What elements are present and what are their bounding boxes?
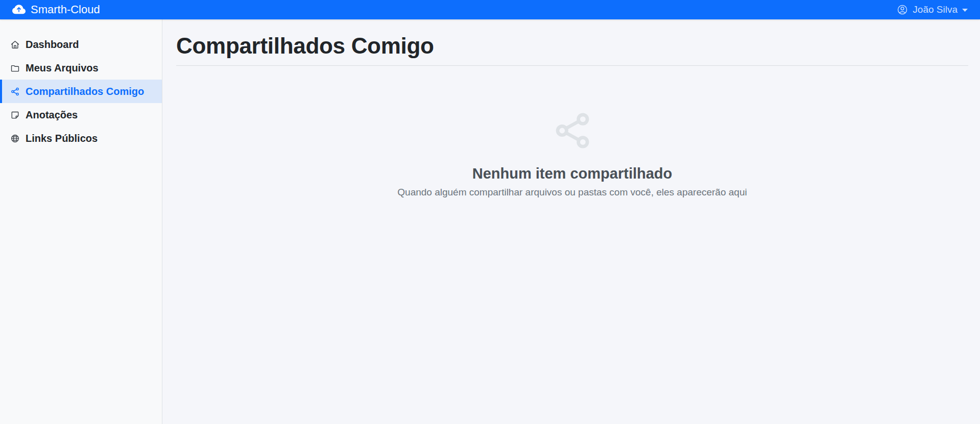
main-content: Compartilhados Comigo Nenhum item compar… xyxy=(162,19,980,424)
sidebar-item-label: Anotações xyxy=(26,108,78,121)
sidebar: DashboardMeus ArquivosCompartilhados Com… xyxy=(0,19,162,424)
sidebar-item-dashboard[interactable]: Dashboard xyxy=(0,33,162,56)
sidebar-item-compartilhados-comigo[interactable]: Compartilhados Comigo xyxy=(0,80,162,103)
share-icon xyxy=(10,87,20,96)
top-navbar: Smarth-Cloud João Silva xyxy=(0,0,980,19)
globe-icon xyxy=(10,134,20,143)
sidebar-item-links-publicos[interactable]: Links Públicos xyxy=(0,127,162,150)
share-icon xyxy=(551,109,594,152)
caret-down-icon xyxy=(962,8,968,12)
brand-label: Smarth-Cloud xyxy=(31,3,100,16)
sidebar-item-label: Compartilhados Comigo xyxy=(26,85,144,98)
sidebar-item-label: Links Públicos xyxy=(26,132,98,145)
person-circle-icon xyxy=(897,4,908,15)
sidebar-item-label: Dashboard xyxy=(26,38,79,51)
page-title: Compartilhados Comigo xyxy=(176,33,968,59)
empty-state: Nenhum item compartilhado Quando alguém … xyxy=(176,66,968,198)
sidebar-item-label: Meus Arquivos xyxy=(26,61,99,74)
brand-link[interactable]: Smarth-Cloud xyxy=(12,3,100,16)
sidebar-nav: DashboardMeus ArquivosCompartilhados Com… xyxy=(0,33,162,150)
cloud-upload-icon xyxy=(12,3,26,16)
note-icon xyxy=(10,110,20,120)
sidebar-item-anotacoes[interactable]: Anotações xyxy=(0,103,162,127)
user-name: João Silva xyxy=(913,4,958,15)
folder-icon xyxy=(10,63,20,73)
app-layout: DashboardMeus ArquivosCompartilhados Com… xyxy=(0,19,980,424)
house-icon xyxy=(10,40,20,49)
user-menu-toggle[interactable]: João Silva xyxy=(897,4,968,15)
empty-state-title: Nenhum item compartilhado xyxy=(176,165,968,182)
sidebar-item-meus-arquivos[interactable]: Meus Arquivos xyxy=(0,56,162,80)
empty-state-subtitle: Quando alguém compartilhar arquivos ou p… xyxy=(176,187,968,198)
